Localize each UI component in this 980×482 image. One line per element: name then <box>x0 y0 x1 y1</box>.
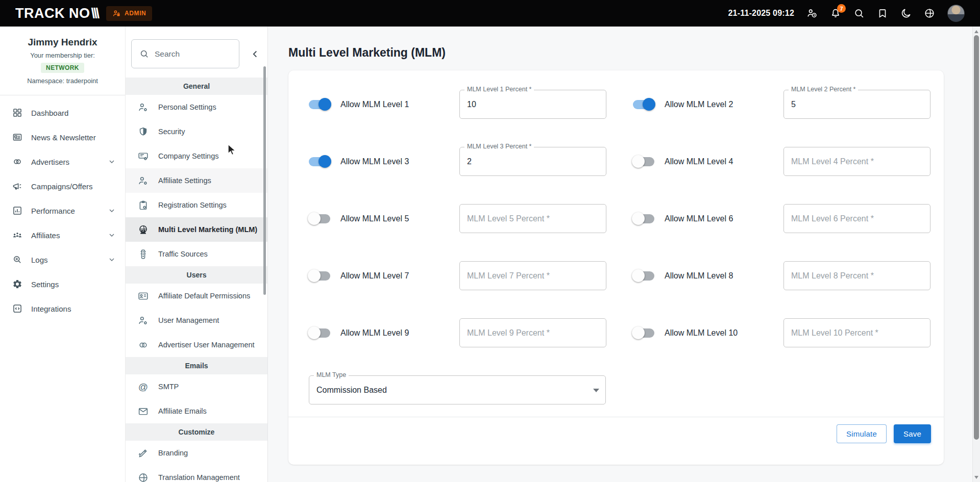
person-gear-icon <box>138 315 149 326</box>
settings-item-smtp[interactable]: @ SMTP <box>126 374 267 399</box>
clipboard-gear-icon <box>138 200 149 211</box>
admin-user-lock-icon <box>112 9 121 18</box>
settings-item-affiliate-settings[interactable]: Affiliate Settings <box>126 168 267 193</box>
mlm-level-7-switch[interactable] <box>309 271 330 281</box>
allow-mlm-level-2-toggle-group: Allow MLM Level 2 <box>633 90 783 119</box>
sidebar-item-advertisers[interactable]: Advertisers <box>0 149 125 174</box>
settings-item-registration-settings[interactable]: Registration Settings <box>126 193 267 217</box>
settings-item-multi-level-marketing[interactable]: Multi Level Marketing (MLM) <box>126 217 267 242</box>
toggle-label: Allow MLM Level 9 <box>340 328 409 338</box>
section-header-emails: Emails <box>126 357 267 374</box>
chevron-down-icon <box>108 207 116 215</box>
scrollbar-thumb[interactable] <box>974 35 979 440</box>
sidebar-item-settings[interactable]: Settings <box>0 272 125 296</box>
topbar-right: 21-11-2025 09:12 7 <box>728 5 965 22</box>
settings-item-user-management[interactable]: User Management <box>126 308 267 333</box>
settings-menu-list: General Personal Settings Security Compa… <box>126 78 267 482</box>
bookmark-icon[interactable] <box>877 8 888 19</box>
allow-mlm-level-6-toggle-group: Allow MLM Level 6 <box>633 204 783 233</box>
mlm-level-4-switch[interactable] <box>633 157 654 166</box>
namespace-label: Namespace: traderpoint <box>0 77 125 85</box>
search-icon <box>139 49 149 59</box>
save-button[interactable]: Save <box>894 424 931 443</box>
sidebar-item-dashboard[interactable]: Dashboard <box>0 100 125 125</box>
person-gear-icon <box>138 175 149 186</box>
mlm-level-10-percent-input[interactable] <box>784 319 930 347</box>
mlm-level-6-percent-input[interactable] <box>784 205 930 233</box>
card-actions: Simulate Save <box>309 417 931 465</box>
branding-brush-icon <box>138 448 149 459</box>
app-logo[interactable]: TRACK NO\\\ <box>15 6 98 21</box>
mlm-level-9-percent-input[interactable] <box>460 319 606 347</box>
language-globe-icon[interactable] <box>924 8 935 19</box>
settings-item-affiliate-default-permissions[interactable]: Affiliate Default Permissions <box>126 284 267 308</box>
submenu-scrollbar-thumb[interactable] <box>263 66 266 295</box>
mlm-level-7-percent-input[interactable] <box>460 262 606 290</box>
mlm-type-value: Commission Based <box>316 386 387 395</box>
search-input[interactable] <box>155 49 233 59</box>
sidebar-item-logs[interactable]: Logs <box>0 247 125 272</box>
notifications-icon[interactable]: 7 <box>830 8 841 19</box>
admin-badge-label: ADMIN <box>125 10 146 17</box>
dark-mode-moon-icon[interactable] <box>900 8 912 19</box>
profile-block: Jimmy Hendrix Your membership tier: NETW… <box>0 27 125 95</box>
settings-item-personal-settings[interactable]: Personal Settings <box>126 95 267 119</box>
mlm-level-1-percent-field: MLM Level 1 Percent * <box>459 90 606 119</box>
mlm-type-select[interactable]: MLM Type Commission Based <box>309 375 606 404</box>
user-clock-icon[interactable] <box>806 8 818 19</box>
scroll-down-arrow[interactable] <box>973 473 980 481</box>
avatar[interactable] <box>947 5 965 22</box>
mlm-level-3-switch[interactable] <box>309 157 330 166</box>
mlm-level-1-switch[interactable] <box>309 100 330 109</box>
sidebar-item-news-newsletter[interactable]: News & Newsletter <box>0 125 125 149</box>
simulate-button[interactable]: Simulate <box>837 424 887 443</box>
caret-down-icon <box>593 389 599 392</box>
mlm-level-5-switch[interactable] <box>309 214 330 223</box>
sidebar-item-campaigns-offers[interactable]: Campaigns/Offers <box>0 174 125 198</box>
datetime: 21-11-2025 09:12 <box>728 9 794 18</box>
search-box[interactable] <box>131 39 239 68</box>
traffic-light-icon <box>138 249 149 260</box>
mlm-level-3-percent-field: MLM Level 3 Percent * <box>459 147 606 176</box>
sidebar-item-affiliates[interactable]: Affiliates <box>0 223 125 247</box>
mlm-level-8-switch[interactable] <box>633 271 654 281</box>
mlm-level-5-percent-input[interactable] <box>460 205 606 233</box>
advertiser-rings-icon <box>138 340 149 350</box>
settings-item-branding[interactable]: Branding <box>126 441 267 465</box>
gear-icon <box>12 279 22 289</box>
mlm-level-4-percent-field <box>783 147 930 176</box>
settings-item-advertiser-user-management[interactable]: Advertiser User Management <box>126 333 267 357</box>
toggle-label: Allow MLM Level 1 <box>340 100 409 109</box>
settings-item-security[interactable]: Security <box>126 119 267 144</box>
mlm-level-2-percent-input[interactable] <box>784 90 930 118</box>
section-header-customize: Customize <box>126 423 267 441</box>
settings-item-translation-management[interactable]: Translation Management <box>126 465 267 482</box>
settings-item-company-settings[interactable]: Company Settings <box>126 144 267 168</box>
sidebar-item-integrations[interactable]: Integrations <box>0 296 125 321</box>
mlm-level-9-switch[interactable] <box>309 328 330 338</box>
mlm-level-3-percent-input[interactable] <box>460 147 606 175</box>
mlm-globe-people-icon <box>138 224 149 235</box>
user-name: Jimmy Hendrix <box>0 37 125 48</box>
mlm-level-8-percent-input[interactable] <box>784 262 930 290</box>
settings-item-traffic-sources[interactable]: Traffic Sources <box>126 242 267 266</box>
scroll-up-arrow[interactable] <box>973 28 980 35</box>
mlm-level-6-percent-field <box>783 204 930 233</box>
mlm-level-1-percent-input[interactable] <box>460 90 606 118</box>
page-scrollbar[interactable] <box>972 27 980 482</box>
dashboard-icon <box>12 108 22 118</box>
search-icon[interactable] <box>853 8 865 19</box>
chevron-down-icon <box>108 256 116 264</box>
mlm-level-10-switch[interactable] <box>633 328 654 338</box>
collapse-panel-icon[interactable] <box>250 48 261 60</box>
mlm-level-6-switch[interactable] <box>633 214 654 223</box>
mlm-level-2-switch[interactable] <box>633 100 654 109</box>
mlm-type-row: MLM Type Commission Based <box>309 375 931 404</box>
settings-item-affiliate-emails[interactable]: Affiliate Emails <box>126 399 267 423</box>
mlm-level-4-percent-input[interactable] <box>784 147 930 175</box>
sidebar-item-performance[interactable]: Performance <box>0 198 125 223</box>
chevron-down-icon <box>108 158 116 166</box>
toggle-label: Allow MLM Level 4 <box>665 157 733 166</box>
sidebar: Jimmy Hendrix Your membership tier: NETW… <box>0 27 125 482</box>
toggle-label: Allow MLM Level 8 <box>665 271 733 281</box>
